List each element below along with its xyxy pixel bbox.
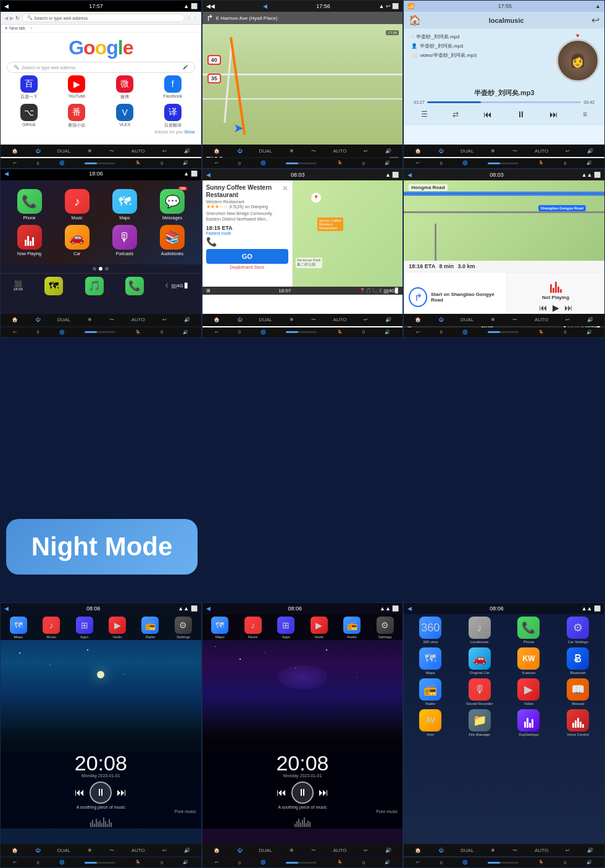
vol-slider-8[interactable]: [286, 862, 317, 864]
vol-btn-6[interactable]: 🔊: [587, 317, 593, 322]
ag-carsettings[interactable]: ⚙ Car Settings: [555, 617, 601, 644]
snowflake-btn-5[interactable]: ❄: [290, 317, 294, 322]
power-btn-3[interactable]: ⏻: [438, 148, 443, 154]
seat-4[interactable]: 🪑: [135, 330, 141, 335]
dot-2[interactable]: [99, 267, 102, 271]
dual-btn-7[interactable]: DUAL: [57, 848, 70, 853]
playlist-icon[interactable]: ☰: [421, 110, 428, 119]
ag-localmusic[interactable]: ♪ Localmusic: [457, 617, 503, 644]
home-btn-7[interactable]: 🏠: [12, 848, 18, 853]
dual-btn-3[interactable]: DUAL: [461, 148, 474, 154]
seat-2[interactable]: 🪑: [337, 161, 343, 166]
fan-1[interactable]: 🌀: [59, 161, 65, 166]
dock-app-2[interactable]: 🎵: [85, 277, 104, 295]
cp-nav-map[interactable]: Hongma Road Shangliao Gongye Road: [404, 180, 604, 261]
shortcut-vlex[interactable]: V VLEX: [102, 104, 147, 129]
address-bar[interactable]: 🔍 Search or type web address: [22, 14, 185, 22]
go-button[interactable]: GO: [206, 249, 288, 264]
night-pause-2[interactable]: ⏸: [291, 782, 314, 804]
back-icon[interactable]: ◀: [4, 3, 9, 9]
nav-back2[interactable]: ◀: [263, 3, 267, 9]
grid-icon-5[interactable]: ⊞: [206, 288, 211, 293]
ag-avin[interactable]: AV Avin: [407, 709, 453, 736]
song-item-2[interactable]: 👤 半壶纱_刘珂矣.mp3: [409, 41, 551, 51]
cp-app-podcasts[interactable]: 🎙 Podcasts: [103, 225, 146, 256]
shuffle-icon[interactable]: ⇄: [453, 110, 459, 119]
ag-360[interactable]: 360 360 view: [407, 617, 453, 644]
mic-icon[interactable]: 🎤: [183, 65, 188, 70]
song-item-1[interactable]: ♪ 半壶纱_刘珂矣.mp3: [409, 32, 551, 41]
night-prev-1[interactable]: ⏮: [75, 787, 85, 798]
vol-btn-3[interactable]: 🔊: [587, 148, 593, 154]
night-prev-2[interactable]: ⏮: [277, 787, 286, 798]
google-search-box[interactable]: 🔍 Search or type web address 🎤: [7, 62, 195, 73]
ag-phone[interactable]: 📞 Phone: [506, 617, 552, 644]
vol-icon-3[interactable]: 🔊: [586, 161, 592, 166]
home-btn-2[interactable]: 🏠: [214, 148, 220, 154]
night-app-apps-1[interactable]: ⊞ Apps: [73, 617, 96, 639]
night-app-video-2[interactable]: ▶ Vedio: [307, 617, 331, 639]
song-item-3[interactable]: ⬜ video/半壶纱_刘珂矣.mp3: [409, 51, 551, 60]
menu-icon[interactable]: ⋮: [193, 15, 198, 21]
vol-slider-9[interactable]: [488, 862, 519, 864]
ag-voicecontrol[interactable]: Voice Control: [555, 709, 601, 736]
night-app-maps-1[interactable]: 🗺 Maps: [7, 617, 30, 639]
back-btn-1[interactable]: ↩: [162, 148, 167, 154]
vol-slider-6[interactable]: [488, 331, 519, 333]
back-small-2[interactable]: ↩: [215, 161, 219, 166]
vol-btn-2[interactable]: 🔊: [385, 148, 391, 154]
vol-btn-8[interactable]: 🔊: [385, 848, 391, 853]
poi-close[interactable]: ✕: [282, 184, 288, 193]
browser-back[interactable]: ◀: [4, 15, 8, 21]
back-small-4[interactable]: ↩: [13, 330, 17, 335]
prev-btn[interactable]: ⏮: [483, 109, 492, 119]
night-back-3[interactable]: ◀: [407, 605, 412, 612]
snowflake-btn-7[interactable]: ❄: [88, 848, 92, 853]
nav-map[interactable]: 40 35 17:56 ➤: [202, 24, 403, 148]
back-small-1[interactable]: ↩: [13, 161, 17, 166]
back-btn-3[interactable]: ↩: [565, 148, 570, 154]
power-btn-6[interactable]: ⏻: [438, 317, 443, 322]
fan-3[interactable]: 🌀: [462, 161, 468, 166]
vol-slider-7[interactable]: [85, 862, 115, 864]
auto-btn-2[interactable]: AUTO: [333, 148, 346, 154]
home-btn-8[interactable]: 🏠: [214, 848, 220, 853]
dual-btn-2[interactable]: DUAL: [259, 148, 272, 154]
back-btn-4[interactable]: ↩: [162, 317, 167, 322]
cp-app-audiobooks[interactable]: 📚 Audiobooks: [151, 225, 193, 256]
vol-icon-4[interactable]: 🔊: [183, 330, 188, 335]
vol-icon-1[interactable]: 🔊: [183, 161, 188, 166]
vol-slider-4[interactable]: [85, 331, 115, 333]
back-btn-9[interactable]: ↩: [565, 848, 570, 853]
auto-btn-5[interactable]: AUTO: [333, 317, 346, 322]
vol-slider-2[interactable]: [286, 162, 317, 164]
dot-3[interactable]: [105, 267, 109, 271]
cp-app-music[interactable]: ♪ Music: [56, 189, 98, 220]
heart-icon[interactable]: ♥: [576, 32, 580, 39]
next-6[interactable]: ⏭: [564, 303, 573, 313]
seat-1[interactable]: 🪑: [135, 161, 141, 166]
home-btn-5[interactable]: 🏠: [214, 317, 220, 322]
poi-map[interactable]: 📍 Sunny CoffeeWesternRestaurant Xin'ercu…: [293, 180, 403, 286]
ag-manual[interactable]: 📖 Manual: [555, 678, 601, 706]
next-btn[interactable]: ⏭: [549, 109, 558, 119]
night-app-music-2[interactable]: ♪ Music: [241, 617, 265, 639]
vol-slider-3[interactable]: [488, 162, 519, 164]
ag-filemanager[interactable]: 📁 File Manager: [457, 709, 503, 736]
cp-app-nowplaying[interactable]: Now Playing: [8, 225, 51, 256]
tab-newtab[interactable]: ✕ New tab: [4, 26, 25, 30]
cp-app-maps[interactable]: 🗺 Maps: [103, 189, 146, 220]
shortcut-baidutranslate[interactable]: 译 百度翻译: [151, 104, 195, 129]
nav-back[interactable]: ◀◀: [206, 3, 215, 9]
dual-btn-4[interactable]: DUAL: [57, 317, 70, 322]
auto-btn-9[interactable]: AUTO: [535, 848, 548, 853]
power-btn-4[interactable]: ⏻: [35, 317, 40, 322]
shortcut-weibo[interactable]: 微 微博: [102, 75, 147, 100]
dual-btn-5[interactable]: DUAL: [259, 317, 272, 322]
vol-btn-1[interactable]: 🔊: [184, 148, 190, 154]
dot-1[interactable]: [93, 267, 96, 271]
night-app-video-1[interactable]: ▶ Vedio: [106, 617, 129, 639]
tab-bar[interactable]: ✕ New tab +: [1, 25, 201, 33]
snowflake-btn-2[interactable]: ❄: [290, 148, 294, 154]
progress-bar[interactable]: [427, 101, 582, 103]
